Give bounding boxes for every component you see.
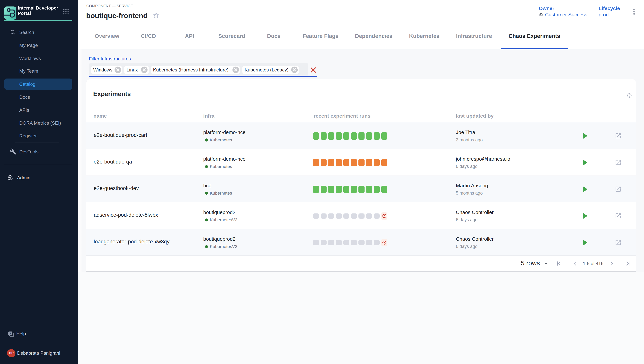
svg-text:?: ? [10, 332, 11, 335]
